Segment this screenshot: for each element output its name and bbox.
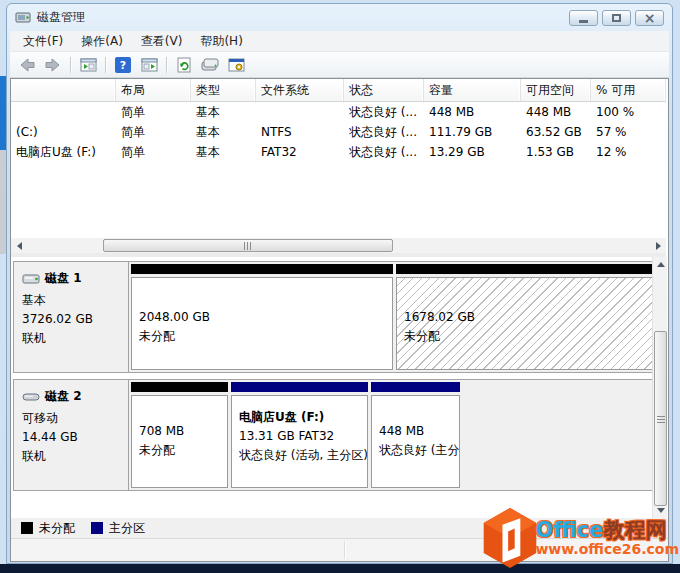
disk-status: 联机: [22, 447, 128, 466]
watermark: Office教程网 www.office26.com: [481, 507, 679, 569]
column-header-filesystem[interactable]: 文件系统: [256, 79, 344, 101]
menu-view[interactable]: 查看(V): [132, 31, 192, 52]
svg-text:?: ?: [120, 59, 126, 72]
forward-button[interactable]: [42, 55, 64, 75]
forward-icon: [44, 57, 62, 73]
close-icon: ×: [644, 13, 656, 23]
disk-region[interactable]: 708 MB 未分配: [131, 382, 228, 488]
region-label: 状态良好 (活动, 主分区): [239, 446, 367, 465]
legend-label-primary: 主分区: [109, 520, 145, 537]
region-label: 未分配: [404, 327, 653, 346]
cell: 状态良好 (...: [344, 102, 424, 122]
vertical-scrollbar[interactable]: [652, 257, 667, 518]
scroll-up-button[interactable]: [653, 257, 668, 272]
scroll-right-button[interactable]: [650, 238, 666, 253]
back-icon: [18, 57, 36, 73]
disk-region[interactable]: 2048.00 GB 未分配: [131, 264, 393, 370]
disk-region[interactable]: 电脑店U盘 (F:) 13.31 GB FAT32 状态良好 (活动, 主分区): [231, 382, 368, 488]
office-logo-icon: [481, 507, 539, 569]
disk1-info[interactable]: 磁盘 1 基本 3726.02 GB 联机: [14, 262, 129, 372]
scrollbar-grip-icon: [657, 415, 665, 423]
column-header-status[interactable]: 状态: [344, 79, 424, 101]
disk-region[interactable]: 1678.02 GB 未分配: [396, 264, 654, 370]
cell: 基本: [191, 142, 256, 162]
legend-swatch-primary: [91, 522, 103, 534]
horizontal-scrollbar-thumb[interactable]: [103, 239, 393, 252]
refresh-button[interactable]: [173, 55, 195, 75]
horizontal-scrollbar[interactable]: [11, 238, 666, 253]
restore-button[interactable]: [602, 10, 631, 26]
cell: [11, 102, 116, 122]
removable-disk-icon: [22, 392, 40, 402]
device-properties-button[interactable]: [199, 55, 221, 75]
disk-region[interactable]: 448 MB 状态良好 (主分区): [371, 382, 460, 488]
disk-row-2: 磁盘 2 可移动 14.44 GB 联机 708 MB 未分配: [13, 379, 653, 491]
table-row[interactable]: 电脑店U盘 (F:) 简单 基本 FAT32 状态良好 (... 13.29 G…: [11, 142, 666, 162]
cell: 111.79 GB: [424, 122, 521, 142]
refresh-icon: [176, 57, 192, 73]
toolbar-separator: [70, 57, 71, 73]
back-button[interactable]: [16, 55, 38, 75]
table-row[interactable]: 简单 基本 状态良好 (... 448 MB 448 MB 100 %: [11, 102, 666, 122]
scroll-right-icon: [656, 242, 661, 250]
watermark-url: www.office26.com: [535, 541, 679, 557]
region-size: 13.31 GB FAT32: [239, 427, 367, 446]
statusbar-divider: [344, 541, 345, 559]
window-title: 磁盘管理: [37, 9, 85, 26]
cell: 基本: [191, 122, 256, 142]
region-size: 1678.02 GB: [404, 308, 653, 327]
cell: 63.52 GB: [521, 122, 591, 142]
client-area: 布局 类型 文件系统 状态 容量 可用空间 % 可用 简单 基本 状态良好 (.…: [10, 78, 669, 562]
column-header-type[interactable]: 类型: [191, 79, 256, 101]
cell: NTFS: [256, 122, 344, 142]
region-color-bar: [396, 264, 654, 274]
fixed-disk-icon: [22, 273, 40, 285]
cell: 状态良好 (...: [344, 142, 424, 162]
volume-table-header: 布局 类型 文件系统 状态 容量 可用空间 % 可用: [11, 79, 666, 102]
column-header-percent-free[interactable]: % 可用: [591, 79, 666, 101]
table-row[interactable]: (C:) 简单 基本 NTFS 状态良好 (... 111.79 GB 63.5…: [11, 122, 666, 142]
scroll-left-button[interactable]: [11, 238, 27, 253]
toolbar-separator: [166, 57, 167, 73]
disk-properties-icon: [201, 57, 219, 72]
titlebar[interactable]: 磁盘管理 ×: [7, 4, 672, 31]
vertical-scrollbar-thumb[interactable]: [654, 331, 667, 506]
minimize-button[interactable]: [569, 10, 598, 26]
help-button[interactable]: ?: [112, 55, 134, 75]
region-color-bar: [371, 382, 460, 392]
column-header-capacity[interactable]: 容量: [424, 79, 521, 101]
disk-row-1: 磁盘 1 基本 3726.02 GB 联机 2048.00 GB 未分配: [13, 261, 653, 373]
disk-name: 磁盘 1: [45, 270, 82, 287]
menu-help[interactable]: 帮助(H): [191, 31, 251, 52]
scroll-left-icon: [17, 242, 22, 250]
close-button[interactable]: ×: [635, 10, 664, 26]
menu-file[interactable]: 文件(F): [14, 31, 72, 52]
cell: 13.29 GB: [424, 142, 521, 162]
disk-kind: 基本: [22, 291, 128, 310]
column-header-free-space[interactable]: 可用空间: [521, 79, 591, 101]
cell: FAT32: [256, 142, 344, 162]
menu-action[interactable]: 操作(A): [72, 31, 132, 52]
manage-services-button[interactable]: [225, 55, 247, 75]
cell: 简单: [116, 142, 191, 162]
show-action-pane-button[interactable]: [138, 55, 160, 75]
cell: 448 MB: [521, 102, 591, 122]
disk2-info[interactable]: 磁盘 2 可移动 14.44 GB 联机: [14, 380, 129, 490]
restore-icon: [612, 14, 621, 22]
app-icon: [15, 11, 31, 24]
toolbar: ?: [10, 52, 669, 78]
cell: 状态良好 (...: [344, 122, 424, 142]
region-color-bar: [131, 382, 228, 392]
screen: 磁盘管理 × 文件(F) 操作(A) 查看(V) 帮助(H): [0, 0, 680, 573]
cell: [256, 102, 344, 122]
watermark-brand-en: Office: [535, 518, 603, 542]
region-size: 448 MB: [379, 422, 459, 441]
cell: 简单: [116, 102, 191, 122]
cell: 简单: [116, 122, 191, 142]
show-console-tree-button[interactable]: [77, 55, 99, 75]
column-header-volume[interactable]: [11, 79, 116, 101]
region-label: 未分配: [139, 327, 392, 346]
scrollbar-grip-icon: [244, 242, 252, 250]
console-tree-icon: [80, 58, 97, 72]
column-header-layout[interactable]: 布局: [116, 79, 191, 101]
